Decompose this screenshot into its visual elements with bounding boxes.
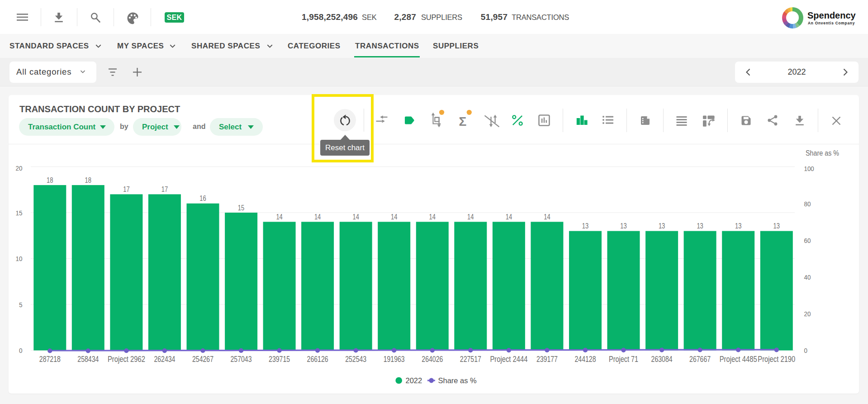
svg-text:13: 13 xyxy=(582,222,588,230)
svg-text:14: 14 xyxy=(276,213,282,221)
svg-text:20: 20 xyxy=(804,310,811,318)
svg-text:13: 13 xyxy=(773,222,780,230)
svg-text:14: 14 xyxy=(506,213,512,221)
svg-text:17: 17 xyxy=(161,185,168,193)
svg-text:Project 2444: Project 2444 xyxy=(490,354,527,364)
svg-text:18: 18 xyxy=(47,176,53,184)
svg-text:5: 5 xyxy=(19,301,23,309)
svg-text:2022: 2022 xyxy=(406,376,422,385)
svg-text:14: 14 xyxy=(353,213,359,221)
svg-text:239177: 239177 xyxy=(536,354,558,364)
svg-text:60: 60 xyxy=(804,237,811,244)
svg-text:257043: 257043 xyxy=(231,354,252,364)
svg-text:10: 10 xyxy=(16,255,23,262)
svg-text:262434: 262434 xyxy=(154,354,175,364)
svg-text:263084: 263084 xyxy=(651,354,673,364)
svg-text:20: 20 xyxy=(16,164,23,172)
svg-text:16: 16 xyxy=(199,195,206,202)
svg-text:244128: 244128 xyxy=(575,354,596,364)
svg-text:254267: 254267 xyxy=(192,354,213,364)
svg-text:40: 40 xyxy=(804,273,811,281)
svg-text:Project 2190: Project 2190 xyxy=(758,354,795,364)
svg-text:18: 18 xyxy=(85,176,91,184)
svg-text:264026: 264026 xyxy=(422,354,443,364)
svg-text:Share as %: Share as % xyxy=(806,149,839,157)
svg-text:191963: 191963 xyxy=(384,354,405,364)
svg-text:Project 2962: Project 2962 xyxy=(108,354,145,364)
svg-text:14: 14 xyxy=(544,213,550,221)
svg-text:14: 14 xyxy=(314,213,321,221)
svg-text:14: 14 xyxy=(467,213,474,221)
svg-text:Project 4485: Project 4485 xyxy=(720,354,757,364)
svg-text:227517: 227517 xyxy=(460,354,481,364)
svg-text:14: 14 xyxy=(429,213,436,221)
svg-text:287218: 287218 xyxy=(39,354,61,364)
svg-text:15: 15 xyxy=(238,204,244,212)
svg-text:Project 71: Project 71 xyxy=(609,354,638,364)
svg-text:Share as %: Share as % xyxy=(438,376,477,385)
svg-text:13: 13 xyxy=(697,222,703,230)
svg-text:0: 0 xyxy=(804,347,808,354)
svg-text:266126: 266126 xyxy=(307,354,328,364)
svg-text:239715: 239715 xyxy=(269,354,290,364)
svg-text:13: 13 xyxy=(735,222,741,230)
svg-text:258434: 258434 xyxy=(77,354,99,364)
svg-text:14: 14 xyxy=(391,213,397,221)
svg-text:80: 80 xyxy=(804,200,811,208)
svg-text:252543: 252543 xyxy=(345,354,366,364)
svg-text:17: 17 xyxy=(123,185,129,193)
svg-text:13: 13 xyxy=(659,222,665,230)
svg-text:100: 100 xyxy=(804,165,815,172)
svg-text:13: 13 xyxy=(620,222,626,230)
svg-text:267667: 267667 xyxy=(689,354,711,364)
svg-text:0: 0 xyxy=(19,347,23,354)
svg-text:15: 15 xyxy=(16,209,23,217)
